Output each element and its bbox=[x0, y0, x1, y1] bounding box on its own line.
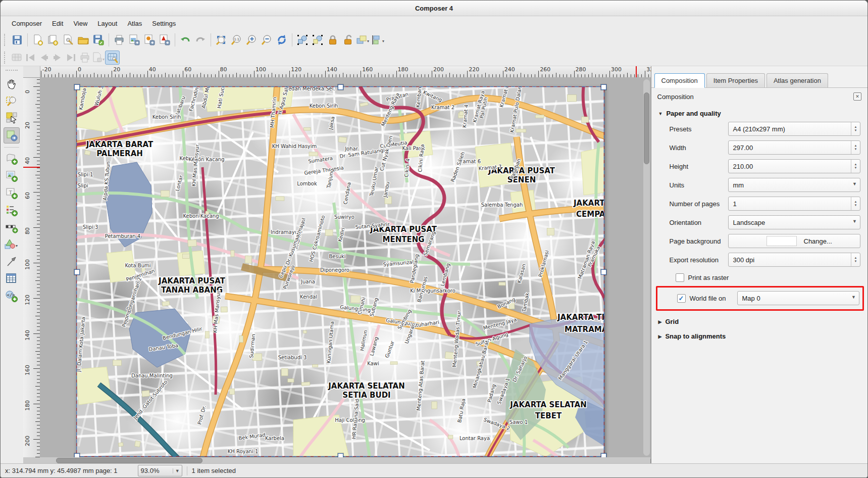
height-spinbox[interactable]: 210.00▲▼ bbox=[728, 159, 861, 173]
page-background-button[interactable]: Change... bbox=[728, 234, 861, 248]
zoom-in-button[interactable] bbox=[244, 32, 259, 47]
ungroup-items-button[interactable] bbox=[310, 32, 325, 47]
new-composition-button[interactable] bbox=[30, 32, 45, 47]
align-items-button[interactable]: ▾ bbox=[371, 32, 386, 47]
ruler-number: 0 bbox=[24, 90, 31, 93]
preview-atlas-button[interactable] bbox=[10, 51, 23, 64]
menu-item-view[interactable]: View bbox=[68, 18, 92, 29]
vertical-scrollbar-handle[interactable] bbox=[644, 92, 649, 164]
composer-manager-button[interactable] bbox=[61, 32, 76, 47]
close-panel-icon[interactable]: ✕ bbox=[853, 92, 861, 101]
horizontal-scrollbar-handle[interactable] bbox=[56, 458, 202, 463]
street-label: Diponegoro bbox=[320, 267, 349, 273]
snap-group-header[interactable]: ▶ Snap to alignments bbox=[658, 332, 868, 340]
ruler-number: 60 bbox=[24, 192, 31, 199]
save-template-button[interactable] bbox=[91, 32, 106, 47]
toolbar-grip[interactable] bbox=[4, 34, 7, 46]
duplicate-composition-button[interactable] bbox=[45, 32, 61, 47]
add-legend-button[interactable] bbox=[4, 203, 19, 218]
print-as-raster-checkbox[interactable] bbox=[676, 273, 684, 282]
menu-item-composer[interactable]: Composer bbox=[7, 18, 47, 29]
export-pdf-button[interactable] bbox=[157, 32, 172, 47]
toolbar-separator bbox=[27, 33, 28, 46]
add-image-button[interactable] bbox=[4, 168, 19, 183]
add-map-button[interactable] bbox=[4, 151, 19, 166]
selection-status: 1 item selected bbox=[192, 467, 236, 474]
previous-feature-button[interactable] bbox=[37, 51, 50, 64]
zoom-1-1-button[interactable]: 1:1 bbox=[229, 32, 244, 47]
add-html-button[interactable]: </> bbox=[4, 289, 19, 304]
atlas-settings-button[interactable] bbox=[105, 51, 120, 65]
menu-item-edit[interactable]: Edit bbox=[47, 18, 68, 29]
ruler-number: 100 bbox=[24, 259, 31, 270]
load-template-button[interactable] bbox=[76, 32, 91, 47]
zoom-full-button[interactable] bbox=[214, 32, 229, 47]
composer-canvas[interactable]: -200204060801001201401601802002202402602… bbox=[23, 66, 650, 457]
refresh-button[interactable] bbox=[274, 32, 289, 47]
pages-spinbox[interactable]: 1▲▼ bbox=[728, 197, 861, 211]
svg-text:▾: ▾ bbox=[367, 39, 369, 43]
first-feature-button[interactable] bbox=[23, 51, 37, 64]
unlock-items-button[interactable] bbox=[340, 32, 355, 47]
menu-item-settings[interactable]: Settings bbox=[147, 18, 181, 29]
move-item-content-button[interactable] bbox=[4, 127, 20, 144]
add-attribute-table-button[interactable] bbox=[4, 271, 19, 286]
width-spinbox[interactable]: 297.00▲▼ bbox=[728, 140, 861, 155]
world-file-map-combo[interactable]: Map 0▼ bbox=[737, 291, 859, 305]
export-atlas-button[interactable]: ▾ bbox=[91, 51, 105, 64]
canvas-view[interactable]: JAKARTA BARATPALMERAHJAKARTA PUSATSENENJ… bbox=[40, 77, 651, 459]
units-combo[interactable]: mm▼ bbox=[728, 178, 861, 192]
horizontal-scrollbar[interactable] bbox=[23, 457, 650, 463]
redo-button[interactable] bbox=[193, 32, 208, 47]
next-feature-button[interactable] bbox=[50, 51, 64, 64]
last-feature-button[interactable] bbox=[64, 51, 78, 64]
toolbar-grip[interactable] bbox=[6, 70, 18, 72]
undo-button[interactable] bbox=[178, 32, 193, 47]
save-button[interactable] bbox=[10, 32, 25, 47]
tab-item-properties[interactable]: Item Properties bbox=[706, 73, 765, 87]
add-shape-button[interactable]: ▾ bbox=[4, 237, 19, 252]
pan-tool-button[interactable] bbox=[4, 76, 19, 91]
paper-quality-group-header[interactable]: ▼ Paper and quality bbox=[658, 110, 868, 117]
select-move-item-button[interactable] bbox=[4, 110, 19, 125]
vertical-scrollbar[interactable] bbox=[643, 79, 650, 456]
menu-item-atlas[interactable]: Atlas bbox=[122, 18, 147, 29]
district-label: SETIA BUDI bbox=[342, 391, 390, 400]
chevron-down-icon: ▼ bbox=[173, 468, 180, 473]
group-items-button[interactable] bbox=[295, 32, 310, 47]
export-svg-button[interactable] bbox=[142, 32, 157, 47]
export-resolution-spinbox[interactable]: 300 dpi▲▼ bbox=[728, 253, 861, 267]
raise-items-button[interactable]: ▾ bbox=[355, 32, 371, 47]
chevron-down-icon: ▼ bbox=[852, 181, 857, 186]
width-label: Width bbox=[670, 144, 728, 152]
toolbar-grip[interactable] bbox=[4, 52, 7, 64]
presets-combo[interactable]: A4 (210x297 mm)▲▼ bbox=[728, 122, 861, 136]
add-label-button[interactable]: T bbox=[4, 185, 19, 201]
ruler-number: 260 bbox=[540, 66, 550, 73]
grid-group-header[interactable]: ▶ Grid bbox=[658, 318, 868, 325]
street-label: Slipi 3 bbox=[83, 224, 98, 230]
add-arrow-button[interactable] bbox=[4, 254, 19, 269]
print-atlas-button[interactable] bbox=[78, 51, 91, 64]
spin-arrows-icon: ▲▼ bbox=[851, 141, 860, 154]
ruler-number: 220 bbox=[469, 66, 479, 73]
world-file-checkbox[interactable]: ✓ bbox=[677, 294, 686, 303]
lock-items-button[interactable] bbox=[325, 32, 340, 47]
tab-composition[interactable]: Composition bbox=[654, 73, 705, 88]
units-label: Units bbox=[670, 181, 728, 189]
zoom-out-button[interactable] bbox=[259, 32, 274, 47]
tab-atlas-generation[interactable]: Atlas generation bbox=[767, 73, 828, 87]
zoom-tool-button[interactable] bbox=[4, 93, 19, 108]
page-background-label: Page background bbox=[670, 237, 728, 245]
map-item[interactable]: JAKARTA BARATPALMERAHJAKARTA PUSATSENENJ… bbox=[76, 86, 604, 457]
menu-item-layout[interactable]: Layout bbox=[92, 18, 122, 29]
export-image-button[interactable] bbox=[127, 32, 142, 47]
print-button[interactable] bbox=[112, 32, 127, 47]
add-scalebar-button[interactable] bbox=[4, 220, 19, 235]
zoom-level-combo[interactable]: 93.0% ▼ bbox=[138, 465, 182, 476]
spin-arrows-icon: ▲▼ bbox=[851, 160, 860, 173]
toolbar-separator bbox=[211, 33, 211, 46]
pages-row: Number of pages 1▲▼ bbox=[651, 197, 861, 211]
orientation-combo[interactable]: Landscape▼ bbox=[728, 215, 861, 229]
map-page[interactable]: JAKARTA BARATPALMERAHJAKARTA PUSATSENENJ… bbox=[76, 86, 604, 457]
